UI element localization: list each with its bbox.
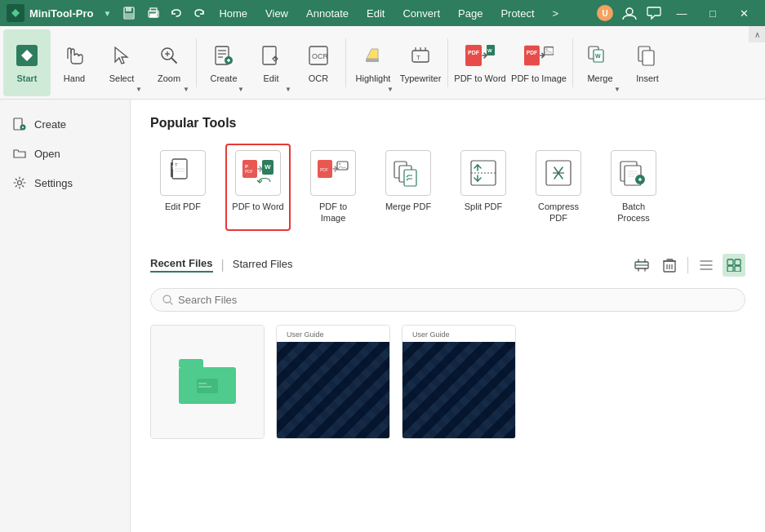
open-sidebar-icon bbox=[13, 147, 26, 160]
compress-pdf-icon-box bbox=[536, 150, 581, 196]
pdf-to-word-icon-box: P PDF W bbox=[235, 150, 281, 196]
toolbar-pdf-to-image[interactable]: PDF PDF to Image bbox=[509, 29, 569, 96]
view-divider bbox=[687, 257, 688, 273]
menu-view[interactable]: View bbox=[257, 4, 296, 23]
save-icon-btn[interactable] bbox=[118, 2, 140, 24]
tab-recent-files[interactable]: Recent Files bbox=[150, 257, 213, 273]
tab-starred-files[interactable]: Starred Files bbox=[233, 258, 293, 272]
file-card-user-guide-1[interactable]: User Guide bbox=[276, 325, 390, 439]
svg-point-6 bbox=[157, 12, 158, 14]
toolbar-ocr[interactable]: OCR OCR bbox=[295, 29, 342, 96]
search-bar bbox=[150, 288, 745, 312]
merge-dropdown-arrow: ▼ bbox=[614, 86, 620, 93]
user-guide-2-preview: User Guide bbox=[403, 326, 515, 438]
toolbar-start[interactable]: Start bbox=[3, 29, 51, 96]
toolbar-create-label: Create bbox=[210, 73, 237, 84]
file-card-user-guide-2[interactable]: User Guide bbox=[402, 325, 516, 439]
toolbar-hand[interactable]: Hand bbox=[51, 29, 98, 96]
toolbar-select[interactable]: Select ▼ bbox=[98, 29, 145, 96]
menu-page[interactable]: Page bbox=[450, 4, 491, 23]
toolbar-select-label: Select bbox=[109, 73, 135, 84]
svg-point-39 bbox=[545, 48, 547, 50]
app-dropdown-arrow[interactable]: ▼ bbox=[103, 9, 111, 18]
menu-annotate[interactable]: Annotate bbox=[298, 4, 357, 23]
toolbar-pdf-to-word-label: PDF to Word bbox=[454, 73, 505, 84]
app-name: MiniTool-Pro bbox=[29, 7, 93, 20]
file-card-folder[interactable] bbox=[150, 325, 265, 439]
zoom-dropdown-arrow: ▼ bbox=[183, 86, 189, 93]
insert-icon bbox=[633, 41, 662, 70]
recent-tabs: Recent Files | Starred Files bbox=[150, 257, 292, 273]
svg-text:U: U bbox=[602, 9, 607, 18]
sidebar-open-label: Open bbox=[34, 148, 60, 160]
svg-text:W: W bbox=[265, 163, 271, 171]
toolbar-ocr-label: OCR bbox=[309, 73, 328, 84]
recent-files-header: Recent Files | Starred Files bbox=[150, 254, 745, 277]
list-view-btn[interactable] bbox=[695, 254, 718, 277]
svg-rect-96 bbox=[197, 379, 218, 393]
toolbar-pdf-to-word[interactable]: PDF W PDF to Word bbox=[451, 29, 509, 96]
menu-edit[interactable]: Edit bbox=[358, 4, 393, 23]
toolbar-edit-label: Edit bbox=[264, 73, 279, 84]
user-avatar[interactable]: U bbox=[594, 2, 616, 24]
undo-icon-btn[interactable] bbox=[165, 2, 188, 24]
menu-home[interactable]: Home bbox=[211, 4, 256, 23]
tool-pdf-to-word[interactable]: P PDF W PDF to Word bbox=[225, 144, 291, 231]
toolbar-edit[interactable]: Edit ▼ bbox=[247, 29, 295, 96]
maximize-button[interactable]: □ bbox=[698, 0, 727, 26]
chat-icon[interactable] bbox=[643, 2, 665, 24]
toolbar-typewriter[interactable]: T Typewriter bbox=[397, 29, 444, 96]
toolbar-collapse-button[interactable]: ∧ bbox=[749, 26, 765, 42]
tool-pdf-to-image[interactable]: PDF PDF to Image bbox=[300, 144, 366, 231]
scan-btn[interactable] bbox=[630, 254, 653, 277]
print-icon-btn[interactable] bbox=[142, 2, 165, 24]
tool-split-pdf[interactable]: Split PDF bbox=[451, 144, 516, 231]
toolbar-create[interactable]: Create ▼ bbox=[200, 29, 247, 96]
search-icon bbox=[162, 295, 173, 305]
svg-rect-26 bbox=[366, 59, 379, 62]
svg-rect-92 bbox=[727, 266, 733, 272]
tool-edit-pdf[interactable]: T T Edit PDF bbox=[150, 144, 216, 231]
highlight-dropdown-arrow: ▼ bbox=[387, 86, 394, 93]
svg-rect-1 bbox=[126, 7, 131, 11]
files-grid: User Guide User Guide bbox=[150, 325, 745, 439]
toolbar-hand-label: Hand bbox=[64, 73, 85, 84]
toolbar-merge[interactable]: W Merge ▼ bbox=[576, 29, 624, 96]
delete-btn[interactable] bbox=[658, 254, 681, 277]
sidebar-item-settings[interactable]: Settings bbox=[0, 168, 130, 197]
tool-compress-pdf[interactable]: Compress PDF bbox=[526, 144, 591, 231]
toolbar-highlight[interactable]: Highlight ▼ bbox=[349, 29, 397, 96]
menu-convert[interactable]: Convert bbox=[394, 4, 448, 23]
create-dropdown-arrow: ▼ bbox=[238, 86, 244, 93]
minimize-button[interactable]: — bbox=[667, 0, 696, 26]
redo-icon-btn[interactable] bbox=[188, 2, 211, 24]
sidebar-settings-label: Settings bbox=[34, 177, 73, 189]
menu-more[interactable]: > bbox=[545, 4, 567, 23]
tool-batch-process[interactable]: Batch Process bbox=[601, 144, 666, 231]
search-input[interactable] bbox=[178, 294, 733, 306]
app-logo bbox=[7, 4, 24, 22]
start-icon bbox=[12, 41, 42, 70]
title-bar: MiniTool-Pro ▼ Home View Annotate Edit C… bbox=[0, 0, 765, 26]
hand-icon bbox=[60, 41, 89, 70]
edit-icon bbox=[256, 41, 286, 70]
tool-merge-pdf[interactable]: Merge PDF bbox=[376, 144, 441, 231]
svg-line-12 bbox=[171, 58, 176, 63]
svg-text:PDF: PDF bbox=[320, 167, 328, 172]
close-button[interactable]: ✕ bbox=[729, 0, 758, 26]
tool-split-pdf-label: Split PDF bbox=[465, 201, 502, 212]
toolbar-divider-2 bbox=[345, 38, 346, 87]
sidebar-item-open[interactable]: Open bbox=[0, 139, 130, 168]
pdf-to-image-icon-box: PDF bbox=[310, 150, 356, 196]
toolbar-zoom[interactable]: Zoom ▼ bbox=[145, 29, 193, 96]
grid-view-btn[interactable] bbox=[723, 254, 745, 277]
profile-icon[interactable] bbox=[618, 2, 641, 24]
svg-rect-90 bbox=[727, 259, 733, 265]
create-icon bbox=[209, 41, 238, 70]
toolbar-insert[interactable]: Insert bbox=[624, 29, 671, 96]
toolbar-divider-3 bbox=[447, 38, 448, 87]
sidebar-item-create[interactable]: Create bbox=[0, 109, 130, 139]
window-controls: U — □ ✕ bbox=[594, 0, 758, 26]
split-pdf-icon-box bbox=[460, 150, 506, 196]
menu-protect[interactable]: Protect bbox=[492, 4, 542, 23]
